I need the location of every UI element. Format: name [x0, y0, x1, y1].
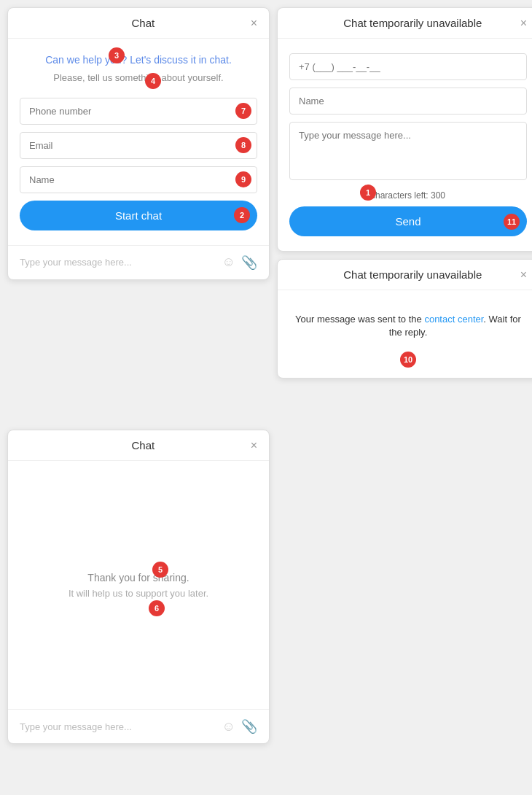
chat-header-4: Chat × [8, 430, 269, 461]
chat-footer-1: Type your message here... ☺ 📎 [8, 245, 269, 279]
start-chat-label: Start chat [115, 209, 162, 222]
footer-placeholder-1: Type your message here... [20, 257, 216, 268]
chat-title-1: Chat [36, 17, 251, 29]
badge-1: 1 [360, 185, 376, 201]
name-input-2[interactable] [289, 88, 527, 115]
confirm-body-3: Your message was sent to the contact cen… [278, 290, 532, 378]
email-field-1: 8 [20, 132, 257, 159]
badge-2: 2 [234, 207, 250, 223]
confirm-link[interactable]: contact center [424, 314, 483, 325]
footer-placeholder-4: Type your message here... [20, 721, 216, 732]
badge-4: 4 [145, 73, 161, 89]
email-input-1[interactable] [20, 132, 257, 159]
close-button-3[interactable]: × [520, 269, 527, 281]
thankyou-body-4: 5 Thank you for sharing. It will help us… [8, 461, 269, 709]
intro-title-1: Can we help you? Let's discuss it in cha… [20, 53, 257, 68]
intro-subtitle-1: Please, tell us something about yourself… [20, 72, 257, 83]
chars-left-2: 1 characters left: 300 [289, 190, 527, 201]
right-column: Chat temporarily unavailable × 1 charact… [277, 7, 532, 379]
chat-body-1: 3 Can we help you? Let's discuss it in c… [8, 39, 269, 245]
thankyou-sub-4: It will help us to support you later. [69, 588, 208, 599]
phone-field-1: 7 [20, 98, 257, 125]
chat-intro-1: 3 Can we help you? Let's discuss it in c… [20, 53, 257, 83]
badge-9: 9 [235, 171, 251, 187]
name-input-1[interactable] [20, 166, 257, 193]
thankyou-text-4: 5 Thank you for sharing. It will help us… [69, 572, 208, 599]
chat-title-3: Chat temporarily unavailable [305, 268, 520, 281]
attach-icon-1: 📎 [241, 255, 257, 271]
chat-widget-2: Chat temporarily unavailable × 1 charact… [277, 7, 532, 252]
phone-input-2[interactable] [289, 53, 527, 80]
thankyou-title-4: Thank you for sharing. [69, 572, 208, 583]
chat-title-4: Chat [36, 439, 251, 451]
chat-widget-3: Chat temporarily unavailable × Your mess… [277, 259, 532, 379]
chat-header-2: Chat temporarily unavailable × [278, 8, 532, 39]
chat-widget-4: Chat × 5 Thank you for sharing. It will … [7, 430, 270, 744]
chat-header-3: Chat temporarily unavailable × [278, 260, 532, 290]
close-button-4[interactable]: × [251, 440, 257, 451]
confirm-text-1: Your message was sent to the [295, 314, 424, 325]
chat-header-1: Chat × [8, 8, 269, 39]
chars-left-text: characters left: 300 [371, 190, 445, 201]
send-label: Send [395, 215, 420, 228]
badge-10: 10 [400, 352, 416, 368]
name-field-1: 9 [20, 166, 257, 193]
chat-title-2: Chat temporarily unavailable [305, 17, 520, 29]
badge-6: 6 [149, 600, 165, 616]
attach-icon-4: 📎 [241, 718, 257, 734]
chat-widget-1: Chat × 3 Can we help you? Let's discuss … [7, 7, 270, 280]
emoji-icon-1: ☺ [222, 255, 235, 270]
badge-7: 7 [235, 103, 251, 119]
badge-5: 5 [152, 562, 168, 578]
badge-11: 11 [504, 214, 520, 230]
close-button-1[interactable]: × [251, 18, 257, 29]
message-input-2[interactable] [289, 122, 527, 180]
close-button-2[interactable]: × [520, 18, 527, 29]
phone-input-1[interactable] [20, 98, 257, 125]
send-button-2[interactable]: Send 11 [289, 206, 527, 236]
chat-footer-4: Type your message here... ☺ 📎 [8, 709, 269, 743]
badge-8: 8 [235, 137, 251, 153]
start-chat-button[interactable]: Start chat 2 [20, 201, 257, 230]
unavail-form-2: 1 characters left: 300 Send 11 [278, 39, 532, 251]
badge-3: 3 [109, 47, 125, 63]
emoji-icon-4: ☺ [222, 719, 235, 734]
